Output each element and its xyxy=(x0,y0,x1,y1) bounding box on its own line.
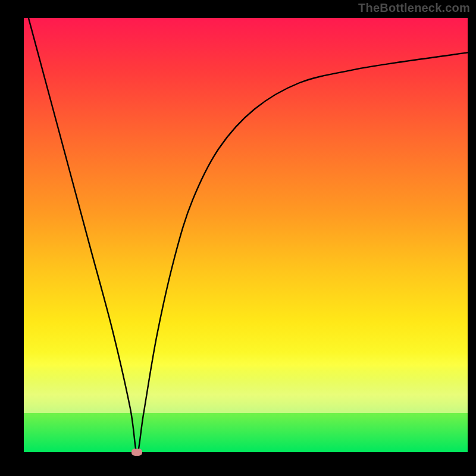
minimum-marker xyxy=(131,449,142,456)
plot-area xyxy=(24,18,468,452)
watermark-text: TheBottleneck.com xyxy=(358,1,470,15)
bottleneck-curve xyxy=(24,18,468,452)
yellow-highlight-band xyxy=(24,352,468,413)
chart-frame: TheBottleneck.com xyxy=(0,0,476,476)
